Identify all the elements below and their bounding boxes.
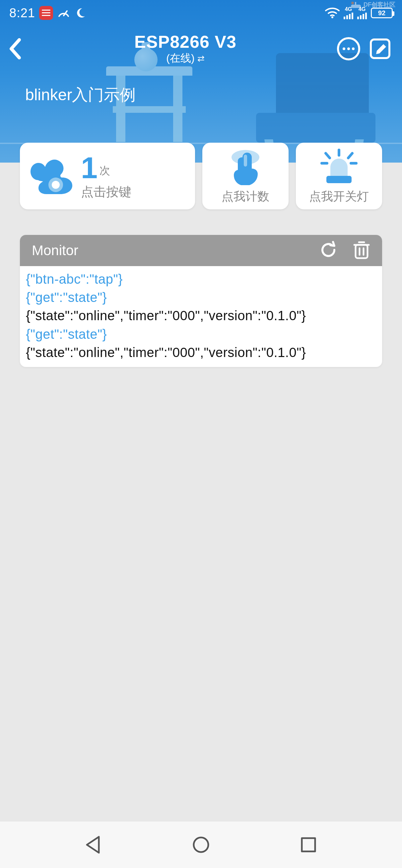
back-button[interactable] [7,37,34,60]
counter-card[interactable]: 1 次 点击按键 [20,143,195,209]
nav-home-button[interactable] [190,834,212,856]
android-nav-bar [0,822,402,868]
monitor-line: {"get":"state"} [26,288,376,307]
svg-point-0 [351,2,354,4]
refresh-button[interactable] [319,241,338,260]
monitor-log[interactable]: {"btn-abc":"tap"}{"get":"state"}{"state"… [20,266,382,367]
watermark-text: DF创客社区 [364,1,395,9]
nav-back-button[interactable] [83,834,104,856]
monitor-line: {"get":"state"} [26,325,376,343]
svg-rect-16 [355,245,368,258]
signal-1: 4G [344,7,353,19]
ok-hand-icon [29,157,75,197]
more-menu-button[interactable] [337,37,360,60]
sync-arrows-icon: ⇄ [197,54,205,64]
title-area: ESP8266 V3 (在线) ⇄ [134,32,237,66]
signal-2: 4G [357,7,367,19]
hero-area: DF创客社区 8:21 4G 4G 9 [0,0,402,163]
light-label: 点我开关灯 [309,188,369,205]
device-status: (在线) [166,51,194,66]
svg-line-11 [326,153,330,158]
counter-unit: 次 [99,163,110,178]
ellipsis-icon [343,48,354,50]
project-subtitle: blinker入门示例 [0,66,402,105]
clear-trash-button[interactable] [353,240,370,261]
svg-marker-21 [87,837,99,853]
monitor-line: {"btn-abc":"tap"} [26,270,376,288]
counter-value: 1 [81,153,97,183]
tap-card[interactable]: 点我计数 [202,143,288,209]
battery-percent: 92 [378,9,385,17]
siren-light-icon [319,149,359,185]
notification-app-icon [39,6,53,20]
tap-label: 点我计数 [222,188,269,205]
svg-point-4 [331,16,333,18]
status-clock: 8:21 [9,6,35,20]
counter-label: 点击按键 [81,184,131,200]
nav-recents-button[interactable] [298,834,319,856]
monitor-line: {"state":"online","timer":"000","version… [26,343,376,362]
do-not-disturb-moon-icon [74,7,86,19]
svg-rect-2 [355,2,356,5]
svg-point-7 [52,181,60,189]
status-bar: 8:21 4G 4G 92 [0,0,402,23]
svg-line-12 [348,153,352,158]
device-title: ESP8266 V3 [134,32,237,52]
speedometer-icon [57,6,70,20]
light-card[interactable]: 点我开关灯 [296,143,382,209]
svg-rect-23 [302,838,315,851]
edit-button[interactable] [369,37,392,60]
battery-indicator: 92 [371,8,393,18]
monitor-panel: Monitor {"btn-abc":"tap"}{"get":"state"}… [20,235,382,367]
monitor-title: Monitor [32,243,78,258]
tap-finger-icon [227,149,264,185]
monitor-line: {"state":"online","timer":"000","version… [26,307,376,325]
wifi-icon [325,7,340,19]
watermark: DF创客社区 [350,1,395,9]
svg-rect-15 [327,176,351,183]
svg-rect-9 [244,155,247,166]
svg-point-22 [194,837,208,852]
